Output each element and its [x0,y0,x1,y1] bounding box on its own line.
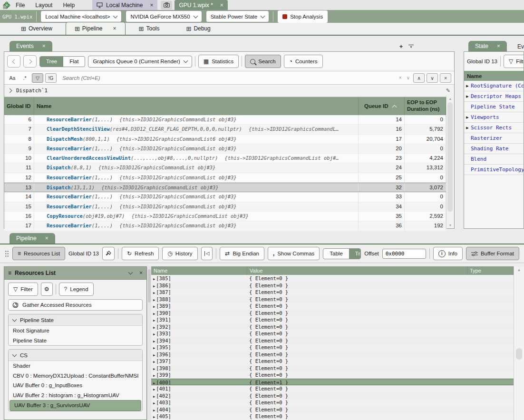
column-type[interactable]: Type [467,266,514,275]
state-item[interactable]: Pipeline State [464,102,524,112]
buffer-row[interactable]: ▶[386]{ Element=0 } [151,282,514,289]
tab-capture-file[interactable]: GPU 1.wpix * × [175,0,227,10]
tree-expand-icon[interactable]: ▶ [153,332,155,336]
buffer-row[interactable]: ▶[385]{ Element=0 } [151,275,514,282]
column-name[interactable]: Name [151,266,247,275]
step-back-button[interactable]: ◁ [201,247,213,260]
event-row[interactable]: 11Dispatch(8,8,1){this->ID3D12GraphicsCo… [4,163,446,173]
buffer-row[interactable]: ▶[399]{ Element=0 } [151,371,514,379]
gpu-capture-icon[interactable] [161,1,172,10]
resource-item[interactable]: Pipeline State [9,336,142,346]
tree-expand-icon[interactable]: ▶ [153,388,155,391]
resources-list-toggle[interactable]: ≡ Resources List [12,247,65,260]
gpu-dropdown[interactable]: NVIDIA GeForce MX550 [126,10,202,22]
resource-item[interactable]: Root Signature [9,326,142,336]
find-previous-button[interactable]: ∧ [413,73,425,83]
buffer-row[interactable]: ▶[391]{ Element=0 } [151,316,514,323]
history-button[interactable]: ◷ History [162,247,197,260]
resource-item[interactable]: CBV 0 : MemoryDX12Upload : ConstantBuffe… [9,371,142,381]
event-row[interactable]: 7ClearDepthStencilView(res#4,D3D12_CLEAR… [4,125,446,134]
tree-expand-icon[interactable]: ▶ [153,374,155,378]
tree-view-button[interactable]: Tree [349,249,361,259]
tab-overview[interactable]: ⊞ Overview [8,22,66,35]
state-item[interactable]: Rasterizer [464,133,524,144]
filter-icon[interactable]: ▽ [32,73,43,83]
event-row[interactable]: 10ClearUnorderedAccessViewUint(...,...,o… [4,154,446,163]
column-queue-id[interactable]: Queue ID [359,97,405,115]
close-icon[interactable]: × [45,235,49,241]
refresh-button[interactable]: ↻ Refresh [122,247,159,260]
buffer-row[interactable]: ▶[402]{ Element=0 } [151,392,514,400]
event-row[interactable]: 12ResourceBarrier(1,...){this->ID3D12Gra… [4,173,446,183]
resources-scrollbar[interactable] [147,266,151,420]
event-row[interactable]: 15ResourceBarrier(1,...){this->ID3D12Gra… [4,202,446,212]
resource-item[interactable]: Shader [9,361,142,371]
regex-icon[interactable]: .* [19,74,30,82]
buffer-row[interactable]: ▶[398]{ Element=0 } [151,365,514,372]
drag-handle[interactable] [5,250,9,257]
tree-expand-icon[interactable]: ▶ [464,126,471,130]
tab-tools[interactable]: ⊞ Tools [126,22,173,35]
tree-expand-icon[interactable]: ▶ [153,319,155,322]
stop-analysis-button[interactable]: Stop Analysis [277,10,328,23]
buffer-row[interactable]: ▶[387]{ Element=0 } [151,289,514,296]
add-panel-icon[interactable]: + [399,44,403,49]
resources-filter-button[interactable]: ▽ Filter [8,283,38,296]
tree-expand-icon[interactable]: ▶ [153,346,155,350]
chevron-down-icon[interactable] [128,270,133,275]
state-item[interactable]: Blend [464,154,524,165]
buffer-row[interactable]: ▶[403]{ Element=0 } [151,399,514,406]
tree-expand-icon[interactable]: ▶ [153,395,155,399]
buffer-row[interactable]: ▶[390]{ Element=0 } [151,310,514,317]
resources-list-header[interactable]: ≡ Resources List × [4,267,146,280]
panel-menu-icon[interactable] [408,45,414,49]
match-case-icon[interactable]: Aa [7,74,18,82]
counters-button[interactable]: ◔ Counters [284,55,323,68]
event-row[interactable]: 17ResourceBarrier(1,...){this->ID3D12Gra… [4,221,446,231]
tree-expand-icon[interactable]: ▶ [153,312,155,316]
state-item[interactable]: ▶Viewports [464,112,524,123]
buffer-row[interactable]: ▶[397]{ Element=0 } [151,358,514,365]
negate-filter-icon[interactable]: !G [45,73,57,83]
state-item[interactable]: ▶Scissor Rects [464,123,524,133]
tree-expand-icon[interactable]: ▶ [464,84,471,88]
statistics-button[interactable]: ▦ Statistics [198,55,239,68]
resource-item[interactable]: UAV Buffer 2 : histogram : g_HistogramUA… [9,391,142,400]
nav-back-button[interactable] [7,55,20,68]
buffer-row[interactable]: ▶[395]{ Element=0 } [151,344,514,351]
column-eop-duration[interactable]: EOP to EOPDuration (ns) [405,97,446,115]
tree-expand-icon[interactable]: ▶ [153,284,155,288]
tree-expand-icon[interactable]: ▶ [464,95,471,98]
buffer-row[interactable]: ▶[396]{ Element=0 } [151,351,514,358]
event-row[interactable]: 9ResourceBarrier(1,...){this->ID3D12Grap… [4,144,446,154]
breadcrumb-label[interactable]: Dispatch`1 [16,88,48,94]
tab-local-machine[interactable]: Local Machine × [92,0,157,10]
find-next-button[interactable]: ∨ [427,73,438,83]
nav-forward-button[interactable] [23,55,37,68]
events-scrollbar[interactable]: ▲ ▼ [446,96,454,228]
buffer-row[interactable]: ▶[392]{ Element=0 } [151,323,514,331]
chevron-right-icon[interactable] [8,88,12,93]
event-row[interactable]: 14ResourceBarrier(1,...){this->ID3D12Gra… [4,192,446,202]
power-state-dropdown[interactable]: Stable Power State [206,10,269,22]
close-icon[interactable]: × [113,26,116,31]
close-icon[interactable]: × [42,43,46,49]
tree-expand-icon[interactable]: ▶ [153,381,155,385]
tree-expand-icon[interactable]: ▶ [153,340,155,343]
scroll-down-icon[interactable]: ▼ [446,224,454,227]
resource-group-header[interactable]: Pipeline State [9,314,142,326]
tree-view-button[interactable]: Tree [40,57,63,67]
buffer-row[interactable]: ▶[404]{ Element=0 } [151,406,514,413]
big-endian-button[interactable]: ⇄ Big Endian [220,247,264,260]
close-icon[interactable]: × [139,270,143,276]
scroll-up-icon[interactable]: ▲ [446,97,454,100]
state-item[interactable]: PrimitiveTopology [464,165,524,175]
column-name[interactable]: Name [34,97,359,115]
search-history-icon[interactable]: ∨ [405,75,411,80]
tab-debug[interactable]: ⊞ Debug [173,22,223,35]
buffer-row[interactable]: ▶[388]{ Element=0 } [151,296,514,303]
tab-pipeline[interactable]: ⊞ Pipeline × [66,22,126,35]
tree-expand-icon[interactable]: ▶ [464,116,471,119]
tree-expand-icon[interactable]: ▶ [153,277,155,281]
tree-expand-icon[interactable]: ▶ [153,291,155,295]
